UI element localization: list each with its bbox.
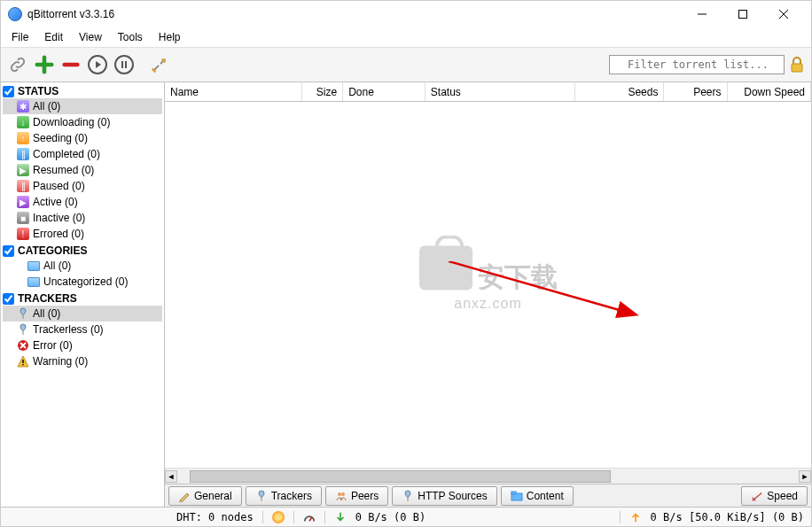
tab-trackers[interactable]: Trackers (246, 486, 322, 506)
sidebar-categories-section: CATEGORIES All (0)Uncategorized (0) (3, 244, 162, 290)
lock-icon[interactable] (788, 56, 806, 74)
svg-rect-10 (792, 64, 802, 72)
sidebar-tracker-1[interactable]: Trackerless (0) (3, 322, 162, 337)
menu-file[interactable]: File (4, 29, 35, 45)
status-heading[interactable]: STATUS (3, 84, 162, 98)
sidebar-tracker-3[interactable]: Warning (0) (3, 353, 162, 369)
titlebar: qBittorrent v3.3.16 (1, 1, 811, 27)
sidebar-status-4[interactable]: ▶Resumed (0) (3, 162, 162, 178)
pin-icon (402, 490, 414, 502)
menu-help[interactable]: Help (152, 29, 188, 45)
menubar: File Edit View Tools Help (1, 27, 811, 47)
tracker-warn-icon (17, 355, 29, 368)
svg-rect-7 (125, 61, 127, 68)
folder-icon (27, 261, 40, 271)
add-link-button[interactable] (6, 53, 29, 76)
sidebar-item-label: Errored (0) (33, 228, 84, 240)
folder-icon (27, 277, 40, 287)
trackers-checkbox[interactable] (3, 293, 14, 305)
svg-rect-1 (739, 11, 747, 19)
scroll-right-button[interactable]: ► (799, 470, 811, 483)
trackers-heading[interactable]: TRACKERS (3, 291, 162, 306)
remove-button[interactable] (59, 53, 82, 76)
sidebar-status-7[interactable]: ■Inactive (0) (3, 210, 162, 226)
col-size[interactable]: Size (302, 82, 343, 101)
pin-icon (255, 490, 268, 502)
close-button[interactable] (763, 1, 804, 27)
tab-peers[interactable]: Peers (325, 486, 388, 506)
col-done[interactable]: Done (343, 82, 426, 101)
svg-line-16 (449, 261, 635, 314)
download-speed: 0 B/s (0 B) (355, 511, 426, 523)
col-name[interactable]: Name (165, 82, 302, 101)
sidebar-status-8[interactable]: !Errored (0) (3, 226, 162, 242)
resume-button[interactable] (86, 53, 109, 76)
tracker-pin-icon (17, 323, 29, 336)
folder-icon (511, 490, 523, 502)
status-seed-icon: ↑ (17, 132, 29, 144)
svg-rect-6 (121, 61, 123, 68)
pen-icon (178, 490, 191, 502)
sidebar-status-0[interactable]: ✱All (0) (3, 98, 162, 114)
status-active-icon: ▶ (17, 196, 29, 208)
sidebar-trackers-section: TRACKERS All (0)Trackerless (0)Error (0)… (3, 291, 162, 369)
categories-checkbox[interactable] (3, 245, 14, 257)
svg-point-19 (341, 492, 345, 496)
col-seeds[interactable]: Seeds (575, 82, 664, 101)
red-arrow (449, 261, 652, 332)
menu-view[interactable]: View (72, 29, 109, 45)
sidebar-category-0[interactable]: All (0) (3, 258, 162, 274)
tab-general[interactable]: General (168, 486, 242, 506)
peers-icon (335, 490, 347, 502)
horizontal-scrollbar[interactable]: ◄ ► (165, 468, 811, 484)
sidebar-item-label: Seeding (0) (33, 132, 88, 144)
filter-torrent-input[interactable] (609, 55, 785, 74)
download-arrow-icon (334, 511, 347, 523)
main-area: Name Size Done Status Seeds Peers Down S… (165, 82, 811, 507)
categories-heading[interactable]: CATEGORIES (3, 244, 162, 258)
statusbar: DHT: 0 nodes 0 B/s (0 B) 0 B/s [50.0 KiB… (1, 507, 811, 526)
sidebar-item-label: All (0) (33, 100, 60, 112)
col-peers[interactable]: Peers (664, 82, 727, 101)
sidebar-status-1[interactable]: ↓Downloading (0) (3, 114, 162, 130)
pause-button[interactable] (113, 53, 136, 76)
sidebar-tracker-0[interactable]: All (0) (3, 306, 162, 322)
upload-arrow-icon (629, 511, 642, 523)
app-icon (8, 7, 22, 21)
col-dspeed[interactable]: Down Speed (728, 82, 812, 101)
minimize-button[interactable] (682, 1, 722, 27)
speedometer-icon (303, 511, 316, 523)
sidebar-status-6[interactable]: ▶Active (0) (3, 194, 162, 210)
tab-content[interactable]: Content (501, 486, 574, 506)
sidebar-tracker-2[interactable]: Error (0) (3, 337, 162, 353)
col-status[interactable]: Status (426, 82, 575, 101)
add-torrent-button[interactable] (33, 53, 56, 76)
sidebar-status-3[interactable]: ‖Completed (0) (3, 146, 162, 162)
toolbar (1, 47, 811, 82)
status-res-icon: ▶ (17, 164, 29, 176)
svg-line-23 (309, 517, 312, 521)
speed-icon (751, 490, 763, 502)
sidebar-item-label: Downloading (0) (33, 116, 110, 128)
status-checkbox[interactable] (3, 86, 14, 97)
bottom-tabs: GeneralTrackersPeersHTTP SourcesContent … (165, 484, 811, 507)
status-comp-icon: ‖ (17, 148, 29, 160)
status-down-icon: ↓ (17, 116, 29, 128)
maximize-button[interactable] (722, 1, 763, 27)
menu-tools[interactable]: Tools (111, 29, 150, 45)
settings-button[interactable] (148, 53, 171, 76)
tab-http-sources[interactable]: HTTP Sources (392, 486, 496, 506)
filter-wrap (609, 55, 806, 74)
svg-point-5 (115, 56, 133, 74)
sidebar-status-2[interactable]: ↑Seeding (0) (3, 130, 162, 146)
tab-speed[interactable]: Speed (741, 486, 808, 506)
sidebar-category-1[interactable]: Uncategorized (0) (3, 274, 162, 290)
scroll-thumb[interactable] (190, 470, 611, 483)
sidebar-item-label: Active (0) (33, 196, 78, 208)
sidebar-status-5[interactable]: ‖Paused (0) (3, 178, 162, 194)
window-controls (682, 1, 804, 27)
svg-rect-14 (22, 360, 23, 363)
svg-rect-15 (22, 364, 23, 365)
scroll-left-button[interactable]: ◄ (165, 470, 177, 483)
menu-edit[interactable]: Edit (37, 29, 70, 45)
